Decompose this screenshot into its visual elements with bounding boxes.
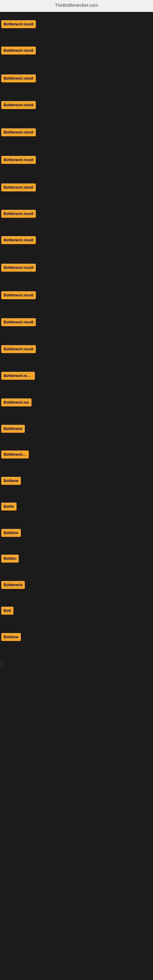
bottleneck-item: Bottleneck result: [1, 291, 36, 301]
bottleneck-badge[interactable]: Bottleneck result: [1, 46, 36, 54]
bottleneck-badge[interactable]: Bottlene: [1, 633, 21, 641]
bottleneck-item: Bott: [1, 607, 13, 616]
bottleneck-badge[interactable]: Bottleneck re: [1, 450, 29, 458]
bottleneck-item: Bottleneck result: [1, 236, 36, 245]
bottleneck-badge[interactable]: Bottleneck result: [1, 210, 36, 218]
bottleneck-item: Bottleneck result: [1, 46, 36, 56]
site-header: TheBottlenecker.com: [0, 0, 153, 12]
bottleneck-item: Bottleneck result: [1, 101, 36, 110]
bottleneck-item: Bottleneck result: [1, 156, 36, 165]
bottleneck-item: Bottleneck result: [1, 264, 36, 273]
bottleneck-badge[interactable]: Bottlene: [1, 529, 21, 537]
bottleneck-badge[interactable]: Bottleneck result: [1, 236, 36, 244]
bottleneck-item: Bottleneck result: [1, 210, 36, 219]
bottleneck-badge[interactable]: Bottleneck result: [1, 183, 36, 191]
bottleneck-badge[interactable]: Bottlen: [1, 555, 19, 563]
page-content: Bottleneck resultBottleneck resultBottle…: [0, 12, 153, 980]
bottom-text: ...: [1, 753, 4, 757]
bottleneck-badge[interactable]: Bott: [1, 607, 13, 615]
page-wrapper: TheBottlenecker.com Bottleneck resultBot…: [0, 0, 153, 980]
bottleneck-item: Bottleneck result: [1, 318, 36, 328]
scroll-indicator: |: [1, 661, 2, 666]
bottleneck-badge[interactable]: Bottleneck result: [1, 75, 36, 83]
bottleneck-item: Bottleneck res: [1, 398, 32, 407]
bottleneck-item: Bottleneck result: [1, 183, 36, 192]
bottleneck-item: Bottleneck re: [1, 450, 29, 460]
bottleneck-badge[interactable]: Bottleneck result: [1, 372, 35, 380]
bottleneck-item: Bottleneck result: [1, 75, 36, 84]
bottleneck-item: Bottle: [1, 503, 16, 512]
bottleneck-badge[interactable]: Bottleneck result: [1, 345, 36, 353]
bottleneck-badge[interactable]: Bottlene: [1, 477, 21, 485]
bottleneck-item: Bottleneck result: [1, 345, 36, 354]
bottleneck-item: Bottlene: [1, 529, 21, 538]
bottleneck-item: Bottleneck result: [1, 20, 36, 29]
bottleneck-item: Bottlene: [1, 477, 21, 486]
bottleneck-badge[interactable]: Bottleneck result: [1, 291, 36, 299]
bottleneck-badge[interactable]: Bottleneck: [1, 581, 25, 589]
bottleneck-badge[interactable]: Bottle: [1, 503, 16, 511]
bottleneck-badge[interactable]: Bottleneck result: [1, 20, 36, 28]
bottleneck-item: Bottleneck: [1, 581, 25, 590]
bottleneck-badge[interactable]: Bottleneck result: [1, 318, 36, 326]
bottleneck-item: Bottlen: [1, 555, 19, 564]
bottleneck-item: Bottlene: [1, 633, 21, 642]
bottleneck-badge[interactable]: Bottleneck result: [1, 101, 36, 109]
bottleneck-badge[interactable]: Bottleneck result: [1, 264, 36, 272]
bottleneck-badge[interactable]: Bottleneck: [1, 425, 25, 433]
site-title: TheBottlenecker.com: [55, 2, 98, 8]
bottleneck-item: Bottleneck result: [1, 372, 35, 381]
bottleneck-item: Bottleneck result: [1, 128, 36, 137]
bottleneck-item: Bottleneck: [1, 425, 25, 434]
bottleneck-badge[interactable]: Bottleneck result: [1, 156, 36, 164]
bottleneck-badge[interactable]: Bottleneck result: [1, 128, 36, 136]
bottleneck-badge[interactable]: Bottleneck res: [1, 398, 32, 406]
